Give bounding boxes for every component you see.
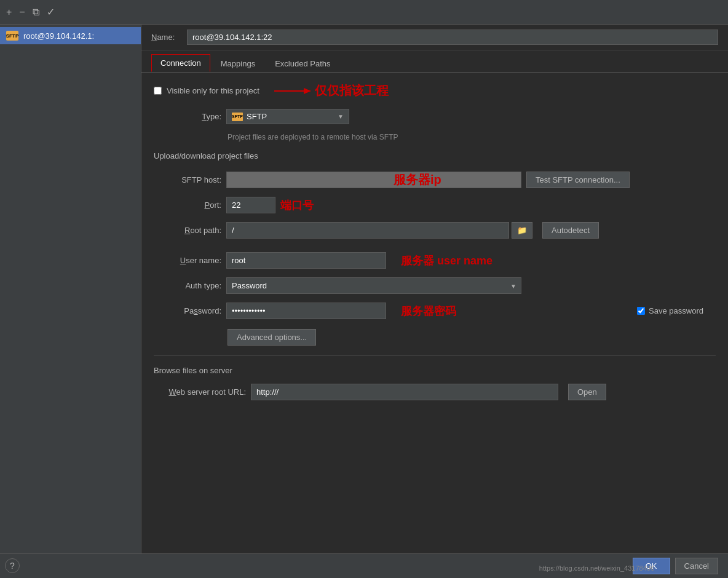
name-row: Name:	[141, 25, 728, 50]
save-password-row: Save password	[637, 306, 703, 315]
username-input[interactable]	[226, 252, 386, 269]
auth-type-select-wrapper: Password Key pair OpenSSH config and aut…	[226, 277, 521, 294]
cancel-button[interactable]: Cancel	[675, 558, 718, 574]
password-annotation: 服务器密码	[401, 304, 456, 319]
sidebar-item-label: root@39.104.142.1:	[23, 31, 94, 41]
root-path-input[interactable]	[226, 222, 509, 239]
sftp-host-annotation: 服务器ip	[394, 172, 441, 188]
section-divider	[154, 355, 716, 356]
visible-only-annotation: 仅仅指该工程	[274, 82, 389, 99]
port-annotation: 端口号	[280, 198, 314, 213]
test-connection-button[interactable]: Test SFTP connection...	[526, 172, 630, 188]
root-path-container: 📁	[226, 222, 532, 239]
name-label: Name:	[151, 33, 182, 42]
visible-only-checkbox[interactable]	[154, 87, 162, 95]
web-server-url-row: Web server root URL: Open	[154, 384, 716, 400]
password-input[interactable]	[226, 303, 386, 319]
top-toolbar: + − ⧉ ✓	[0, 0, 728, 25]
sftp-icon: SFTP	[6, 31, 18, 41]
check-icon[interactable]: ✓	[47, 6, 55, 18]
add-icon[interactable]: +	[6, 7, 12, 18]
port-input[interactable]	[226, 197, 275, 213]
browse-folder-button[interactable]: 📁	[512, 222, 532, 239]
tab-excluded-paths[interactable]: Excluded Paths	[266, 55, 339, 72]
copy-icon[interactable]: ⧉	[33, 7, 39, 18]
autodetect-button[interactable]: Autodetect	[542, 222, 599, 239]
minus-icon[interactable]: −	[19, 7, 25, 18]
advanced-options-button[interactable]: Advanced options...	[228, 329, 316, 346]
visible-only-label: Visible only for this project	[167, 86, 259, 95]
open-button[interactable]: Open	[568, 384, 606, 400]
sftp-host-label: SFTP host:	[154, 175, 221, 184]
content-area: Name: Connection Mappings Excluded Paths…	[141, 25, 728, 578]
sidebar-item-sftp[interactable]: SFTP root@39.104.142.1:	[0, 27, 141, 44]
sftp-type-icon: SFTP	[232, 113, 243, 121]
form-content: Visible only for this project 仅仅指该工程 Typ…	[141, 73, 728, 578]
auth-type-select[interactable]: Password Key pair OpenSSH config and aut…	[226, 277, 521, 294]
status-url: https://blog.csdn.net/weixin_43178406	[539, 564, 654, 572]
web-server-url-input[interactable]	[251, 384, 558, 400]
arrow-svg	[274, 85, 311, 97]
sftp-host-row: SFTP host: Test SFTP connection... 服务器ip	[154, 172, 716, 188]
visible-only-row: Visible only for this project 仅仅指该工程	[154, 82, 716, 99]
main-layout: SFTP root@39.104.142.1: Name: Connection…	[0, 25, 728, 578]
tab-mappings[interactable]: Mappings	[212, 55, 264, 72]
tab-connection[interactable]: Connection	[151, 54, 210, 72]
type-select[interactable]: SFTP SFTP ▼	[226, 109, 349, 124]
type-select-text: SFTP	[247, 112, 334, 121]
username-label: User name:	[154, 256, 221, 265]
bottom-bar: https://blog.csdn.net/weixin_43178406 OK…	[0, 553, 728, 578]
type-label: Type:	[154, 112, 221, 121]
password-label: Password:	[154, 306, 221, 315]
save-password-label: Save password	[649, 306, 703, 315]
root-path-label: Root path:	[154, 226, 221, 235]
port-row: Port: 端口号	[154, 197, 716, 213]
advanced-options-container: Advanced options...	[228, 329, 716, 346]
type-description: Project files are deployed to a remote h…	[154, 133, 716, 141]
save-password-checkbox[interactable]	[637, 307, 645, 315]
web-server-url-label: Web server root URL:	[154, 387, 246, 397]
folder-icon: 📁	[517, 226, 527, 235]
annotation-text-project: 仅仅指该工程	[315, 82, 389, 99]
auth-type-label: Auth type:	[154, 281, 221, 290]
tabs-container: Connection Mappings Excluded Paths	[141, 50, 728, 73]
svg-marker-1	[304, 88, 311, 94]
username-row: User name: 服务器 user name	[154, 252, 716, 269]
sidebar: SFTP root@39.104.142.1:	[0, 25, 141, 578]
sftp-host-input[interactable]	[226, 172, 521, 188]
help-button[interactable]: ?	[5, 558, 20, 573]
username-annotation: 服务器 user name	[401, 253, 493, 268]
type-row: Type: SFTP SFTP ▼	[154, 109, 716, 124]
password-row: Password: 服务器密码 Save password	[154, 303, 716, 319]
root-path-row: Root path: 📁 Autodetect	[154, 222, 716, 239]
name-input[interactable]	[187, 30, 718, 45]
chevron-down-icon: ▼	[338, 113, 344, 120]
auth-type-row: Auth type: Password Key pair OpenSSH con…	[154, 277, 716, 294]
port-label: Port:	[154, 200, 221, 210]
upload-section-header: Upload/download project files	[154, 151, 716, 163]
browse-section-header: Browse files on server	[154, 366, 716, 375]
